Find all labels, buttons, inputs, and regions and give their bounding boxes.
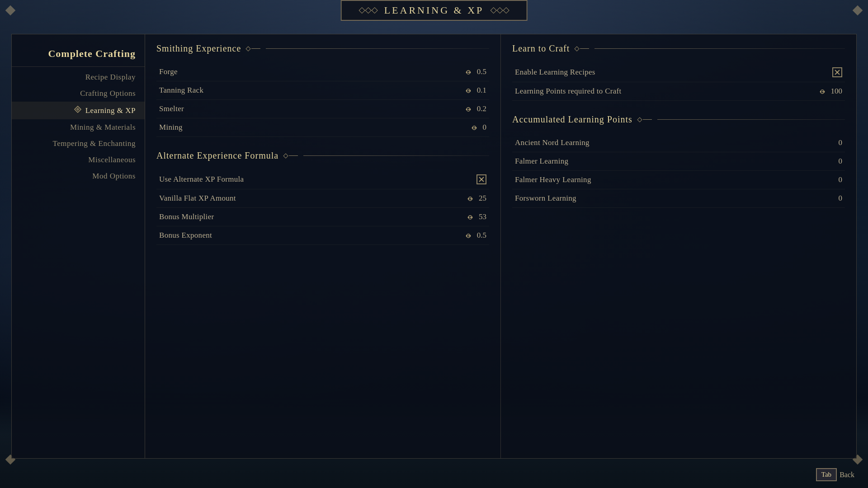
sidebar-item-learning-xp[interactable]: Learning & XP xyxy=(12,102,145,119)
sidebar-item-mod-options[interactable]: Mod Options xyxy=(12,168,145,184)
vanilla-flat-xp-value: 25 xyxy=(466,194,486,203)
right-panel: Learn to Craft Enable Learning Recipes xyxy=(501,34,856,458)
title-left-decoration xyxy=(360,8,377,13)
svg-marker-1 xyxy=(76,108,80,111)
title-diamond xyxy=(372,7,378,14)
bonus-exponent-value: 0.5 xyxy=(464,231,486,240)
title-diamond xyxy=(503,7,509,14)
falmer-heavy-label: Falmer Heavy Learning xyxy=(515,175,591,184)
learn-to-craft-title: Learn to Craft xyxy=(512,43,570,54)
smithing-experience-title: Smithing Experience xyxy=(156,43,241,54)
accumulated-points-section: Accumulated Learning Points Ancient Nord… xyxy=(512,114,845,208)
section-divider xyxy=(303,155,489,156)
learning-points-row[interactable]: Learning Points required to Craft 100 xyxy=(512,82,845,101)
sidebar-label-learning-xp: Learning & XP xyxy=(85,106,136,115)
use-alternate-xp-value xyxy=(476,174,486,184)
learn-to-craft-header: Learn to Craft xyxy=(512,43,845,56)
bonus-exponent-row[interactable]: Bonus Exponent 0.5 xyxy=(156,226,489,245)
page-title: LEARNING & XP xyxy=(384,5,484,16)
title-bar: LEARNING & XP xyxy=(341,0,528,21)
sidebar-item-miscellaneous[interactable]: Miscellaneous xyxy=(12,152,145,168)
vanilla-xp-icon xyxy=(466,194,476,202)
sidebar: Complete Crafting Recipe Display Craftin… xyxy=(12,34,145,458)
bonus-multiplier-value: 53 xyxy=(466,212,486,221)
sidebar-item-crafting-options[interactable]: Crafting Options xyxy=(12,85,145,102)
smelter-value-icon xyxy=(464,105,474,113)
falmer-heavy-row[interactable]: Falmer Heavy Learning 0 xyxy=(512,171,845,189)
forge-row[interactable]: Forge 0.5 xyxy=(156,63,489,81)
enable-learning-recipes-label: Enable Learning Recipes xyxy=(515,68,595,77)
bonus-mult-icon xyxy=(466,213,476,221)
sidebar-item-tempering-enchanting[interactable]: Tempering & Enchanting xyxy=(12,136,145,152)
sidebar-label-mining-materials: Mining & Materials xyxy=(70,123,136,132)
section-divider xyxy=(266,48,489,49)
main-container: Complete Crafting Recipe Display Craftin… xyxy=(11,34,857,459)
ancient-nord-value: 0 xyxy=(839,138,843,147)
learn-to-craft-section: Learn to Craft Enable Learning Recipes xyxy=(512,43,845,101)
alternate-experience-title: Alternate Experience Formula xyxy=(156,150,278,161)
smelter-row[interactable]: Smelter 0.2 xyxy=(156,100,489,118)
enable-learning-recipes-row[interactable]: Enable Learning Recipes xyxy=(512,63,845,82)
bonus-multiplier-row[interactable]: Bonus Multiplier 53 xyxy=(156,208,489,226)
learning-points-icon xyxy=(818,87,828,95)
accumulated-points-header: Accumulated Learning Points xyxy=(512,114,845,127)
forsworn-row[interactable]: Forsworn Learning 0 xyxy=(512,189,845,208)
sidebar-label-recipe-display: Recipe Display xyxy=(85,73,136,82)
enable-learning-recipes-value xyxy=(832,67,842,77)
mining-value: 0 xyxy=(470,123,487,132)
title-diamond xyxy=(365,7,372,14)
accumulated-points-title: Accumulated Learning Points xyxy=(512,114,632,125)
bonus-exponent-label: Bonus Exponent xyxy=(159,231,212,240)
smelter-value: 0.2 xyxy=(464,104,486,113)
sidebar-label-miscellaneous: Miscellaneous xyxy=(88,155,136,164)
alternate-experience-header: Alternate Experience Formula xyxy=(156,150,489,163)
sidebar-item-mining-materials[interactable]: Mining & Materials xyxy=(12,119,145,136)
active-indicator-icon xyxy=(74,105,82,116)
forsworn-label: Forsworn Learning xyxy=(515,194,576,203)
smithing-experience-header: Smithing Experience xyxy=(156,43,489,56)
learning-points-label: Learning Points required to Craft xyxy=(515,87,622,96)
forge-label: Forge xyxy=(159,67,178,76)
content-area: Smithing Experience Forge 0.5 xyxy=(145,34,856,458)
falmer-row[interactable]: Falmer Learning 0 xyxy=(512,152,845,171)
sidebar-label-crafting-options: Crafting Options xyxy=(80,89,136,98)
section-divider xyxy=(594,48,845,49)
ancient-nord-row[interactable]: Ancient Nord Learning 0 xyxy=(512,134,845,152)
falmer-label: Falmer Learning xyxy=(515,157,568,166)
title-right-decoration xyxy=(491,8,508,13)
back-label: Back xyxy=(840,471,854,479)
falmer-value: 0 xyxy=(839,157,843,166)
vanilla-flat-xp-row[interactable]: Vanilla Flat XP Amount 25 xyxy=(156,189,489,208)
forge-value: 0.5 xyxy=(464,67,486,76)
use-alternate-xp-label: Use Alternate XP Formula xyxy=(159,175,244,184)
title-diamond xyxy=(496,7,503,14)
tanning-rack-value: 0.1 xyxy=(464,86,486,95)
forge-value-icon xyxy=(464,68,474,76)
alternate-experience-section: Alternate Experience Formula Use Alterna… xyxy=(156,150,489,245)
accum-section-connector xyxy=(638,118,652,122)
mining-row[interactable]: Mining 0 xyxy=(156,118,489,137)
tanning-rack-row[interactable]: Tanning Rack 0.1 xyxy=(156,81,489,100)
use-alternate-xp-checkbox[interactable] xyxy=(476,174,486,184)
falmer-heavy-value: 0 xyxy=(839,175,843,184)
ancient-nord-label: Ancient Nord Learning xyxy=(515,138,590,147)
tanning-value-icon xyxy=(464,86,474,94)
back-key[interactable]: Tab xyxy=(816,468,837,481)
use-alternate-xp-row[interactable]: Use Alternate XP Formula xyxy=(156,170,489,189)
tanning-rack-label: Tanning Rack xyxy=(159,86,203,95)
vanilla-flat-xp-label: Vanilla Flat XP Amount xyxy=(159,194,236,203)
learn-section-connector xyxy=(575,47,589,51)
bottom-bar: Tab Back xyxy=(816,468,854,481)
bonus-exp-icon xyxy=(464,231,474,239)
sidebar-item-recipe-display[interactable]: Recipe Display xyxy=(12,69,145,85)
sidebar-header: Complete Crafting xyxy=(12,43,145,67)
learning-points-value: 100 xyxy=(818,87,843,96)
left-panel: Smithing Experience Forge 0.5 xyxy=(145,34,501,458)
smithing-experience-section: Smithing Experience Forge 0.5 xyxy=(156,43,489,137)
title-diamond xyxy=(359,7,365,14)
forsworn-value: 0 xyxy=(839,194,843,203)
alt-section-connector-icon xyxy=(284,154,298,158)
smelter-label: Smelter xyxy=(159,104,184,113)
section-connector-icon xyxy=(246,47,260,51)
enable-learning-checkbox[interactable] xyxy=(832,67,842,77)
